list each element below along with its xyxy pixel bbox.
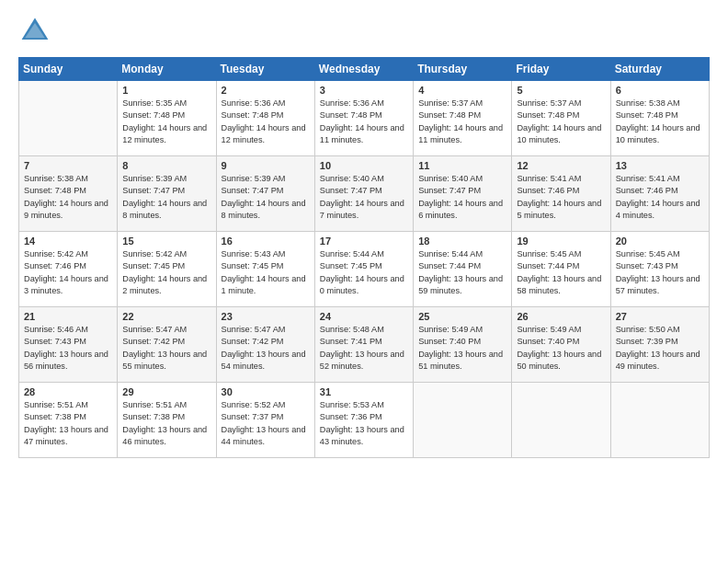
calendar-cell: 10Sunrise: 5:40 AMSunset: 7:47 PMDayligh…: [314, 156, 413, 232]
calendar-cell: [610, 383, 709, 458]
day-info: Sunrise: 5:38 AMSunset: 7:48 PMDaylight:…: [616, 98, 704, 146]
weekday-header-wednesday: Wednesday: [314, 58, 413, 81]
calendar-cell: 20Sunrise: 5:45 AMSunset: 7:43 PMDayligh…: [610, 232, 709, 307]
day-info: Sunrise: 5:38 AMSunset: 7:48 PMDaylight:…: [24, 173, 112, 222]
day-info: Sunrise: 5:45 AMSunset: 7:43 PMDaylight:…: [616, 248, 704, 297]
day-info: Sunrise: 5:41 AMSunset: 7:46 PMDaylight:…: [616, 173, 704, 222]
day-number: 14: [24, 236, 112, 247]
calendar-cell: 29Sunrise: 5:51 AMSunset: 7:38 PMDayligh…: [118, 383, 216, 458]
day-info: Sunrise: 5:42 AMSunset: 7:46 PMDaylight:…: [24, 248, 112, 297]
day-info: Sunrise: 5:49 AMSunset: 7:40 PMDaylight:…: [517, 324, 605, 373]
day-number: 22: [122, 311, 210, 322]
day-info: Sunrise: 5:44 AMSunset: 7:45 PMDaylight:…: [320, 248, 408, 297]
calendar-cell: [512, 383, 610, 458]
day-number: 21: [24, 311, 112, 322]
day-number: 13: [616, 160, 704, 171]
day-info: Sunrise: 5:37 AMSunset: 7:48 PMDaylight:…: [517, 98, 605, 146]
day-info: Sunrise: 5:47 AMSunset: 7:42 PMDaylight:…: [122, 324, 210, 373]
day-number: 28: [24, 386, 112, 397]
day-number: 3: [320, 85, 408, 96]
calendar-cell: 18Sunrise: 5:44 AMSunset: 7:44 PMDayligh…: [414, 232, 512, 307]
logo-icon: [18, 15, 51, 48]
weekday-header-tuesday: Tuesday: [216, 58, 314, 81]
day-number: 5: [517, 85, 605, 96]
calendar-cell: 13Sunrise: 5:41 AMSunset: 7:46 PMDayligh…: [610, 156, 709, 232]
day-number: 6: [616, 85, 704, 96]
calendar-cell: 24Sunrise: 5:48 AMSunset: 7:41 PMDayligh…: [314, 307, 413, 383]
day-info: Sunrise: 5:37 AMSunset: 7:48 PMDaylight:…: [418, 98, 506, 146]
day-number: 2: [222, 85, 310, 96]
day-number: 25: [418, 311, 506, 322]
calendar-cell: 21Sunrise: 5:46 AMSunset: 7:43 PMDayligh…: [19, 307, 118, 383]
weekday-header-thursday: Thursday: [414, 58, 512, 81]
calendar-cell: 3Sunrise: 5:36 AMSunset: 7:48 PMDaylight…: [314, 81, 413, 156]
week-row-5: 28Sunrise: 5:51 AMSunset: 7:38 PMDayligh…: [19, 383, 710, 458]
day-info: Sunrise: 5:41 AMSunset: 7:46 PMDaylight:…: [517, 173, 605, 222]
calendar-cell: 19Sunrise: 5:45 AMSunset: 7:44 PMDayligh…: [512, 232, 610, 307]
calendar-cell: 30Sunrise: 5:52 AMSunset: 7:37 PMDayligh…: [216, 383, 314, 458]
day-info: Sunrise: 5:43 AMSunset: 7:45 PMDaylight:…: [222, 248, 310, 297]
day-number: 15: [122, 236, 210, 247]
day-info: Sunrise: 5:44 AMSunset: 7:44 PMDaylight:…: [418, 248, 506, 297]
calendar-cell: 25Sunrise: 5:49 AMSunset: 7:40 PMDayligh…: [414, 307, 512, 383]
calendar-cell: 23Sunrise: 5:47 AMSunset: 7:42 PMDayligh…: [216, 307, 314, 383]
day-info: Sunrise: 5:52 AMSunset: 7:37 PMDaylight:…: [222, 399, 310, 448]
day-number: 16: [222, 236, 310, 247]
day-number: 31: [320, 386, 408, 397]
day-info: Sunrise: 5:42 AMSunset: 7:45 PMDaylight:…: [122, 248, 210, 297]
day-info: Sunrise: 5:36 AMSunset: 7:48 PMDaylight:…: [222, 98, 310, 146]
calendar-cell: 11Sunrise: 5:40 AMSunset: 7:47 PMDayligh…: [414, 156, 512, 232]
day-info: Sunrise: 5:39 AMSunset: 7:47 PMDaylight:…: [222, 173, 310, 222]
calendar-cell: 26Sunrise: 5:49 AMSunset: 7:40 PMDayligh…: [512, 307, 610, 383]
page: SundayMondayTuesdayWednesdayThursdayFrid…: [0, 0, 728, 563]
calendar-cell: 4Sunrise: 5:37 AMSunset: 7:48 PMDaylight…: [414, 81, 512, 156]
day-number: 18: [418, 236, 506, 247]
day-number: 17: [320, 236, 408, 247]
calendar-cell: 5Sunrise: 5:37 AMSunset: 7:48 PMDaylight…: [512, 81, 610, 156]
weekday-header-monday: Monday: [118, 58, 216, 81]
weekday-header-sunday: Sunday: [19, 58, 118, 81]
day-number: 11: [418, 160, 506, 171]
day-info: Sunrise: 5:36 AMSunset: 7:48 PMDaylight:…: [320, 98, 408, 146]
day-info: Sunrise: 5:35 AMSunset: 7:48 PMDaylight:…: [122, 98, 210, 146]
day-number: 23: [222, 311, 310, 322]
calendar-cell: 16Sunrise: 5:43 AMSunset: 7:45 PMDayligh…: [216, 232, 314, 307]
day-info: Sunrise: 5:48 AMSunset: 7:41 PMDaylight:…: [320, 324, 408, 373]
day-number: 9: [222, 160, 310, 171]
weekday-header-friday: Friday: [512, 58, 610, 81]
day-number: 30: [222, 386, 310, 397]
day-info: Sunrise: 5:45 AMSunset: 7:44 PMDaylight:…: [517, 248, 605, 297]
week-row-3: 14Sunrise: 5:42 AMSunset: 7:46 PMDayligh…: [19, 232, 710, 307]
day-info: Sunrise: 5:53 AMSunset: 7:36 PMDaylight:…: [320, 399, 408, 448]
day-info: Sunrise: 5:51 AMSunset: 7:38 PMDaylight:…: [24, 399, 112, 448]
day-info: Sunrise: 5:39 AMSunset: 7:47 PMDaylight:…: [122, 173, 210, 222]
day-number: 1: [122, 85, 210, 96]
calendar-cell: [19, 81, 118, 156]
calendar-cell: 22Sunrise: 5:47 AMSunset: 7:42 PMDayligh…: [118, 307, 216, 383]
weekday-header-saturday: Saturday: [610, 58, 709, 81]
day-info: Sunrise: 5:49 AMSunset: 7:40 PMDaylight:…: [418, 324, 506, 373]
calendar-cell: 7Sunrise: 5:38 AMSunset: 7:48 PMDaylight…: [19, 156, 118, 232]
header: [18, 15, 710, 48]
week-row-4: 21Sunrise: 5:46 AMSunset: 7:43 PMDayligh…: [19, 307, 710, 383]
logo: [18, 15, 55, 48]
day-number: 29: [122, 386, 210, 397]
day-number: 8: [122, 160, 210, 171]
calendar-cell: [414, 383, 512, 458]
week-row-1: 1Sunrise: 5:35 AMSunset: 7:48 PMDaylight…: [19, 81, 710, 156]
day-info: Sunrise: 5:50 AMSunset: 7:39 PMDaylight:…: [616, 324, 704, 373]
day-number: 27: [616, 311, 704, 322]
day-number: 19: [517, 236, 605, 247]
day-number: 20: [616, 236, 704, 247]
day-info: Sunrise: 5:47 AMSunset: 7:42 PMDaylight:…: [222, 324, 310, 373]
day-number: 7: [24, 160, 112, 171]
calendar-cell: 28Sunrise: 5:51 AMSunset: 7:38 PMDayligh…: [19, 383, 118, 458]
weekday-header-row: SundayMondayTuesdayWednesdayThursdayFrid…: [19, 58, 710, 81]
day-number: 12: [517, 160, 605, 171]
calendar-cell: 8Sunrise: 5:39 AMSunset: 7:47 PMDaylight…: [118, 156, 216, 232]
week-row-2: 7Sunrise: 5:38 AMSunset: 7:48 PMDaylight…: [19, 156, 710, 232]
day-number: 4: [418, 85, 506, 96]
calendar-cell: 31Sunrise: 5:53 AMSunset: 7:36 PMDayligh…: [314, 383, 413, 458]
calendar-cell: 27Sunrise: 5:50 AMSunset: 7:39 PMDayligh…: [610, 307, 709, 383]
day-info: Sunrise: 5:40 AMSunset: 7:47 PMDaylight:…: [320, 173, 408, 222]
